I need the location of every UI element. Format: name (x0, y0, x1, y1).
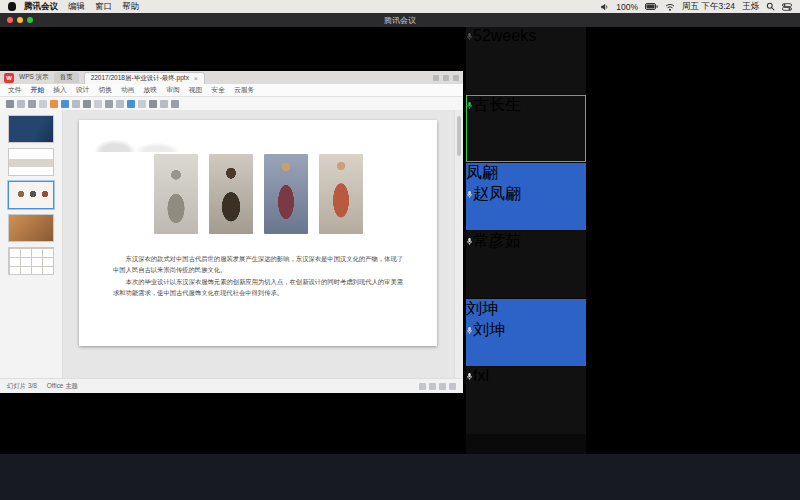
video-strip: 52weeks古长生凤翩赵凤翩常彦茹刘坤刘坤fxl (466, 27, 586, 454)
menu-bar: 腾讯会议编辑窗口帮助 100% 周五 下午3:24 王烁 (0, 0, 800, 13)
slide-thumbnail-panel (0, 110, 63, 379)
toolbar-icon[interactable] (83, 100, 91, 108)
wps-menu-item[interactable]: 动画 (121, 85, 135, 95)
toolbar-icon[interactable] (149, 100, 157, 108)
toolbar-icon[interactable] (105, 100, 113, 108)
slide-paragraph-1: 东汉深衣的款式对中国古代后世的服装发展产生深远的影响，东汉深衣是中国汉文化的产物… (113, 254, 403, 275)
wps-menu-item[interactable]: 文件 (8, 85, 22, 95)
slide-paragraph-2: 本次的毕业设计以东汉深衣服饰元素的创新应用为切入点，在创新设计的同时考虑到现代人… (113, 277, 403, 298)
wps-document-name: 22017/2018届-毕业设计-最终.pptx (91, 74, 189, 83)
wps-menu-item[interactable]: 切换 (98, 85, 112, 95)
toolbar-icon[interactable] (39, 100, 47, 108)
toolbar-icon[interactable] (6, 100, 14, 108)
mic-icon (466, 237, 473, 246)
video-center-name: 刘坤 (466, 299, 586, 320)
wps-menu-item[interactable]: 放映 (144, 85, 158, 95)
video-name-label: 52weeks (466, 27, 536, 44)
menubar-item[interactable]: 帮助 (122, 1, 139, 13)
meeting-window: 腾讯会议 W WPS 演示 首页 22017/2018届-毕业设计-最终.ppt… (0, 13, 800, 454)
current-slide: 东汉深衣的款式对中国古代后世的服装发展产生深远的影响，东汉深衣是中国汉文化的产物… (79, 120, 437, 346)
close-tab-icon[interactable]: × (194, 75, 198, 82)
wps-view-controls[interactable] (419, 383, 456, 390)
mic-icon (466, 101, 473, 110)
canvas-scrollbar[interactable] (454, 110, 463, 379)
slide-canvas: 东汉深衣的款式对中国古代后世的服装发展产生深远的影响，东汉深衣是中国汉文化的产物… (63, 110, 454, 379)
video-name-label: 刘坤 (466, 321, 505, 338)
slide-thumbnail-selected[interactable] (8, 181, 54, 209)
slide-thumbnail[interactable] (8, 247, 54, 275)
video-tile[interactable]: 52weeks (466, 27, 586, 94)
wps-logo-icon: W (4, 73, 14, 83)
slide-image-figurine-3 (264, 154, 308, 234)
toolbar-icon[interactable] (61, 100, 69, 108)
video-name-label: 古长生 (466, 96, 521, 113)
wps-home-tab[interactable]: 首页 (54, 72, 79, 83)
menubar-item[interactable]: 腾讯会议 (24, 1, 58, 13)
battery-icon (645, 3, 658, 10)
wps-menu-item[interactable]: 开始 (31, 85, 45, 95)
wps-menu-item[interactable]: 安全 (211, 85, 225, 95)
battery-percent: 100% (616, 2, 638, 12)
menubar-items: 腾讯会议编辑窗口帮助 (24, 1, 139, 13)
toolbar-icon[interactable] (94, 100, 102, 108)
wps-window-controls[interactable] (433, 75, 459, 81)
toolbar-icon[interactable] (28, 100, 36, 108)
slide-thumbnail[interactable] (8, 148, 54, 176)
slide-counter: 幻灯片 3/8 (7, 382, 37, 391)
video-center-name: 凤翩 (466, 163, 586, 184)
toolbar-icon[interactable] (72, 100, 80, 108)
video-tile[interactable]: 常彦茹 (466, 231, 586, 298)
menubar-item[interactable]: 窗口 (95, 1, 112, 13)
menubar-clock[interactable]: 周五 下午3:24 (682, 1, 735, 13)
window-title: 腾讯会议 (384, 15, 416, 26)
wps-menu-item[interactable]: 云服务 (234, 85, 254, 95)
wifi-icon[interactable] (665, 3, 675, 11)
minimize-window-button[interactable] (17, 17, 23, 23)
menubar-item[interactable]: 编辑 (68, 1, 85, 13)
wps-presentation-window: W WPS 演示 首页 22017/2018届-毕业设计-最终.pptx × 文… (0, 71, 463, 393)
toolbar-icon[interactable] (138, 100, 146, 108)
wps-menu-item[interactable]: 插入 (53, 85, 67, 95)
mic-icon (466, 372, 473, 381)
wps-menu-item[interactable]: 审阅 (166, 85, 180, 95)
video-tile[interactable]: 凤翩赵凤翩 (466, 163, 586, 230)
wps-menu-item[interactable]: 视图 (189, 85, 203, 95)
slide-image-figurine-2 (209, 154, 253, 234)
video-tile[interactable]: fxl (466, 367, 586, 434)
slide-image-figurine-1 (154, 154, 198, 234)
shared-screen-view: W WPS 演示 首页 22017/2018届-毕业设计-最终.pptx × 文… (0, 27, 466, 454)
wps-menu-item[interactable]: 设计 (76, 85, 90, 95)
mic-icon (466, 326, 473, 335)
video-name-label: 赵凤翩 (466, 185, 521, 202)
toolbar-icon[interactable] (116, 100, 124, 108)
slide-thumbnail[interactable] (8, 214, 54, 242)
toolbar-icon[interactable] (17, 100, 25, 108)
apple-menu-icon[interactable] (8, 2, 16, 11)
zoom-window-button[interactable] (27, 17, 33, 23)
desktop: 腾讯会议编辑窗口帮助 100% 周五 下午3:24 王烁 腾讯会议 (0, 0, 800, 500)
slide-image-figurine-4 (319, 154, 363, 234)
wps-document-tab[interactable]: 22017/2018届-毕业设计-最终.pptx × (84, 72, 205, 84)
wps-titlebar: W WPS 演示 首页 22017/2018届-毕业设计-最终.pptx × (0, 71, 463, 84)
video-name-label: fxl (466, 367, 489, 384)
mic-icon (466, 32, 473, 41)
volume-icon[interactable] (600, 3, 609, 11)
control-center-icon[interactable] (782, 3, 792, 11)
toolbar-icon[interactable] (50, 100, 58, 108)
video-tile[interactable]: 古长生 (466, 95, 586, 162)
close-window-button[interactable] (7, 17, 13, 23)
wps-brand: WPS 演示 (19, 73, 49, 82)
slide-thumbnail[interactable] (8, 115, 54, 143)
wps-statusbar: 幻灯片 3/8 Office 主题 (0, 378, 463, 393)
toolbar-icon[interactable] (127, 100, 135, 108)
slide-theme: Office 主题 (47, 382, 78, 391)
toolbar-icon[interactable] (171, 100, 179, 108)
slide-body-text: 东汉深衣的款式对中国古代后世的服装发展产生深远的影响，东汉深衣是中国汉文化的产物… (113, 254, 403, 301)
window-titlebar[interactable]: 腾讯会议 (0, 13, 800, 27)
toolbar-icon[interactable] (160, 100, 168, 108)
spotlight-search-icon[interactable] (766, 2, 775, 11)
menubar-user[interactable]: 王烁 (742, 1, 759, 13)
wps-menu-row: 文件开始插入设计切换动画放映审阅视图安全云服务 (0, 84, 463, 97)
mic-icon (466, 190, 473, 199)
video-tile[interactable]: 刘坤刘坤 (466, 299, 586, 366)
